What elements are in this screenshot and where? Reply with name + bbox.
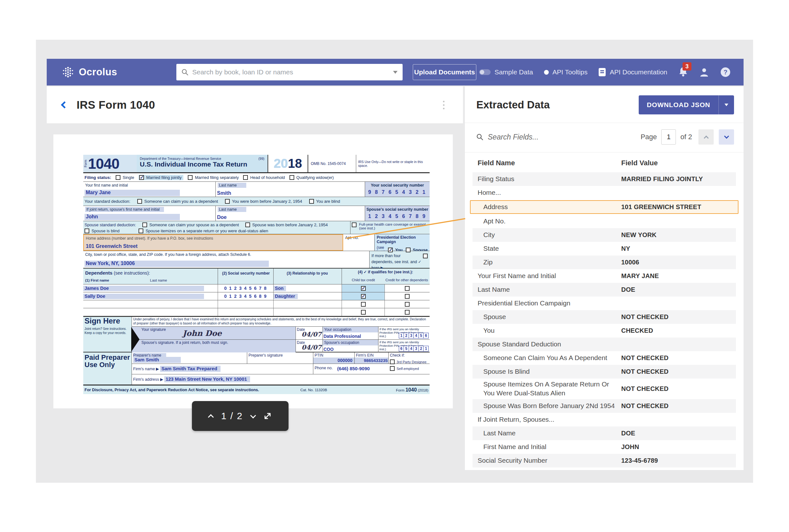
table-row[interactable]: Spouse Itemizes On A Separate Return Or … — [473, 379, 736, 399]
table-row[interactable]: Someone Can Claim You As A Dependent NOT… — [473, 351, 736, 365]
page-number-input[interactable] — [661, 129, 676, 145]
chevron-down-icon — [725, 103, 728, 106]
your-signature-row: Your signature John Doe Date 04/07 Your … — [132, 326, 430, 339]
checkbox — [188, 175, 193, 180]
field-name-cell: Zip — [478, 258, 621, 267]
field-name-cell: Spouse Was Born Before January 2Nd 1954 — [478, 401, 621, 410]
table-row[interactable]: Social Security Number 123-45-6789 — [473, 454, 736, 468]
field-value-cell: CHECKED — [621, 327, 653, 334]
checkbox — [138, 228, 143, 233]
sample-data-toggle[interactable] — [479, 69, 490, 75]
page-up-button[interactable] — [698, 129, 714, 145]
filing-option-married-separately: Married filing separately — [188, 175, 239, 180]
dependent-relationship: Daughter — [274, 293, 298, 299]
checkbox — [388, 248, 393, 252]
pagination-control: Page of 2 — [641, 129, 734, 145]
search-input[interactable] — [192, 68, 393, 76]
spouse-occupation-value: COO — [324, 347, 334, 352]
standard-deduction-row: Your standard deduction: Someone can cla… — [83, 197, 430, 206]
api-documentation-link[interactable]: API Documentation — [598, 68, 667, 77]
filing-status-row: Filing status: Single Married filing joi… — [83, 173, 430, 182]
table-row[interactable]: Spouse NOT CHECKED — [473, 310, 736, 324]
chevron-up-icon — [704, 135, 709, 140]
paid-preparer-label: Paid Preparer Use Only — [84, 354, 130, 368]
notification-badge: 3 — [682, 62, 691, 71]
table-row[interactable]: Last Name DOE — [473, 426, 736, 440]
checkbox — [361, 310, 366, 315]
home-address-cell-highlighted[interactable]: Home address (number and street). If you… — [83, 234, 343, 251]
table-row[interactable]: Last Name DOE — [473, 283, 736, 297]
expand-icon[interactable] — [264, 412, 272, 420]
table-row[interactable]: Zip 10006 — [473, 255, 736, 269]
user-icon[interactable] — [699, 67, 709, 77]
table-row[interactable]: You CHECKED — [473, 324, 736, 338]
field-value-cell: DOE — [621, 286, 635, 293]
firm-address-value: 123 Main Street New York, NY 10001 — [164, 376, 250, 382]
notifications-button[interactable]: 3 — [678, 66, 688, 78]
table-row[interactable]: City NEW YORK — [473, 228, 736, 242]
form-year: 2018 — [268, 155, 308, 172]
page-label: Page — [641, 133, 657, 141]
table-row[interactable]: Spouse Standard Deduction — [473, 338, 736, 351]
sample-data-toggle-group[interactable]: Sample Data — [479, 68, 533, 76]
spouse-name-row: If joint return, spouse's first name and… — [83, 206, 430, 221]
global-search[interactable] — [176, 64, 403, 80]
extracted-title: Extracted Data — [476, 99, 550, 111]
checkbox — [390, 359, 394, 364]
table-row[interactable]: Spouse Is Blind NOT CHECKED — [473, 365, 736, 379]
checkbox — [406, 248, 410, 252]
ocrolus-logo[interactable]: Ocrolus — [61, 65, 117, 79]
download-json-button[interactable]: DOWNLOAD JSON — [639, 95, 734, 114]
field-value-cell: NOT CHECKED — [621, 368, 669, 375]
dependent-row-empty — [83, 300, 430, 308]
field-value-cell: NOT CHECKED — [621, 314, 669, 321]
firm-name-value: Sam Smith Tax Prepared — [160, 366, 220, 372]
field-name-cell: Your First Name and Initial — [478, 271, 621, 280]
filing-option-head-of-household: Head of household — [243, 175, 285, 180]
spouse-first-name-cell: If joint return, spouse's first name and… — [83, 206, 215, 221]
back-button[interactable] — [61, 101, 68, 109]
table-row[interactable]: Address 101 GREENWICH STREET — [470, 200, 738, 214]
dependent-relationship: Son — [274, 286, 286, 291]
api-tooltips-toggle-group[interactable]: API Tooltips — [544, 68, 588, 76]
page-down-icon[interactable] — [250, 413, 256, 418]
form-dept: Department of the Treasury—Internal Reve… — [140, 157, 221, 160]
table-row[interactable]: Apt No. — [473, 214, 736, 228]
api-tooltips-dot-icon[interactable] — [544, 70, 549, 75]
ssn-cell: Your social security number 9 8 7 6 5 4 … — [365, 182, 430, 197]
page-down-button[interactable] — [719, 129, 734, 145]
form-number: 1040 — [88, 155, 119, 172]
table-row[interactable]: State NY — [473, 242, 736, 255]
checkbox — [361, 286, 366, 291]
page-up-icon[interactable] — [208, 414, 214, 420]
phone-value: (646) 850-9090 — [337, 366, 370, 372]
table-row[interactable]: If Joint Return, Spouses... — [473, 413, 736, 426]
field-value-cell: 10006 — [621, 259, 639, 266]
brand-name: Ocrolus — [79, 66, 117, 78]
field-value-cell: NY — [621, 245, 630, 252]
home-address-row: Home address (number and street). If you… — [83, 234, 430, 251]
identity-pin-boxes: 654321 — [399, 346, 429, 352]
download-dropdown-toggle[interactable] — [719, 103, 734, 106]
taxpayer-name-row: Your first name and initial Mary Jane La… — [83, 182, 430, 197]
search-dropdown-caret[interactable] — [393, 71, 398, 74]
table-row[interactable]: First Name and Initial JOHN — [473, 440, 736, 454]
kebab-menu[interactable] — [443, 101, 445, 109]
form-irs-use: IRS Use Only—Do not write or staple in t… — [356, 155, 430, 172]
search-fields-input[interactable] — [488, 133, 583, 141]
upload-documents-button[interactable]: Upload Documents — [413, 64, 476, 80]
your-occupation-value: Data Professional — [324, 334, 361, 339]
table-row[interactable]: Home... — [473, 186, 736, 200]
ein-value: 9865433235 — [364, 358, 388, 363]
help-icon[interactable]: ? — [720, 67, 731, 78]
table-row[interactable]: Presidential Election Campaign — [473, 297, 736, 310]
form-footer: For Disclosure, Privacy Act, and Paperwo… — [83, 384, 430, 394]
table-column-headers: Field Name Field Value — [465, 152, 744, 172]
checkbox — [361, 294, 366, 299]
table-row[interactable]: Spouse Was Born Before January 2Nd 1954 … — [473, 399, 736, 413]
table-row[interactable]: Filing Status MARRIED FILING JOINTLY — [473, 172, 736, 186]
ocrolus-logo-icon — [61, 65, 75, 79]
form-title: U.S. Individual Income Tax Return — [140, 160, 264, 168]
table-row[interactable]: Your First Name and Initial MARY JANE — [473, 269, 736, 283]
field-name-cell: Address — [478, 203, 621, 211]
